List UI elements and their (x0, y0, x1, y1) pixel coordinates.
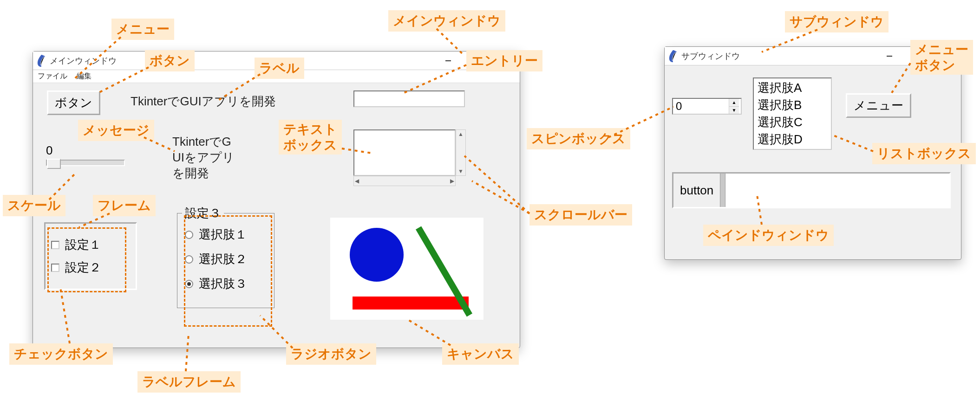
callout-label: ラベル (255, 58, 304, 79)
panedwindow[interactable]: button (672, 172, 951, 208)
main-title: メインウィンドウ (50, 55, 117, 66)
callout-menu: メニュー (111, 19, 174, 40)
menubutton[interactable]: メニュー (846, 93, 911, 118)
scale[interactable] (46, 160, 125, 166)
button[interactable]: ボタン (47, 90, 100, 115)
listbox[interactable]: 選択肢A 選択肢B 選択肢C 選択肢D (753, 77, 832, 150)
callout-radiobutton: ラジオボタン (286, 343, 376, 365)
checkbox-icon (51, 264, 59, 272)
minimize-icon[interactable] (881, 50, 898, 63)
message: TkinterでG UIをアプリ を開発 (172, 134, 256, 181)
callout-entry: エントリー (466, 50, 542, 71)
scale-value: 0 (46, 143, 125, 158)
radiobutton-1[interactable]: 選択肢１ (185, 226, 267, 243)
entry[interactable] (353, 90, 465, 107)
scrollbar-horizontal[interactable]: ◀▶ (353, 176, 456, 186)
radio-icon (185, 255, 193, 264)
callout-canvas: キャンバス (442, 343, 519, 365)
checkbox-icon (51, 241, 59, 249)
labelframe: 設定３ 選択肢１ 選択肢２ 選択肢３ (177, 213, 274, 308)
label: TkinterでGUIアプリを開発 (131, 93, 276, 110)
list-item[interactable]: 選択肢C (757, 114, 828, 131)
minimize-icon[interactable] (440, 54, 457, 67)
menu-file[interactable]: ファイル (33, 71, 72, 81)
callout-frame: フレーム (93, 195, 156, 216)
callout-message: メッセージ (78, 120, 154, 141)
checkbutton-1[interactable]: 設定１ (51, 237, 130, 253)
frame: 設定１ 設定２ (44, 222, 137, 290)
callout-main-window: メインウィンドウ (388, 10, 505, 32)
sub-title: サブウィンドウ (681, 51, 740, 62)
callout-panedwindow: ペインドウィンドウ (703, 225, 834, 246)
canvas-circle (350, 228, 404, 282)
callout-button: ボタン (145, 50, 195, 71)
radio-icon (185, 280, 193, 288)
canvas[interactable] (330, 218, 483, 320)
callout-listbox: リストボックス (872, 143, 976, 164)
spin-down-icon[interactable]: ▼ (729, 107, 739, 114)
callout-scale: スケール (3, 195, 65, 216)
callout-scrollbar: スクロールバー (529, 204, 632, 226)
callout-sub-window: サブウィンドウ (785, 11, 889, 32)
list-item[interactable]: 選択肢A (757, 79, 828, 97)
spinbox[interactable]: ▲ ▼ (672, 98, 742, 115)
feather-icon (37, 55, 46, 67)
scrollbar-vertical[interactable]: ▲▼ (456, 129, 466, 176)
labelframe-title: 設定３ (182, 205, 224, 221)
menu-edit[interactable]: 編集 (72, 71, 96, 81)
spin-up-icon[interactable]: ▲ (729, 99, 739, 107)
radio-icon (185, 231, 193, 239)
callout-spinbox: スピンボックス (527, 128, 630, 149)
radiobutton-3[interactable]: 選択肢３ (185, 276, 267, 292)
callout-textbox: テキスト ボックス (279, 120, 342, 155)
spinbox-value[interactable] (673, 99, 729, 114)
canvas-rect (353, 297, 469, 310)
callout-checkbutton: チェックボタン (9, 343, 113, 365)
textbox[interactable] (353, 129, 456, 176)
callout-labelframe: ラベルフレーム (137, 371, 241, 393)
list-item[interactable]: 選択肢D (757, 131, 828, 148)
paned-left-button[interactable]: button (673, 174, 720, 207)
checkbutton-2[interactable]: 設定２ (51, 259, 130, 276)
paned-sash[interactable] (720, 174, 725, 207)
radiobutton-2[interactable]: 選択肢２ (185, 251, 267, 267)
feather-icon (668, 50, 678, 62)
list-item[interactable]: 選択肢B (757, 97, 828, 114)
paned-right (725, 174, 949, 207)
scale-thumb[interactable] (47, 159, 61, 169)
callout-menubutton: メニュー ボタン (910, 40, 973, 75)
